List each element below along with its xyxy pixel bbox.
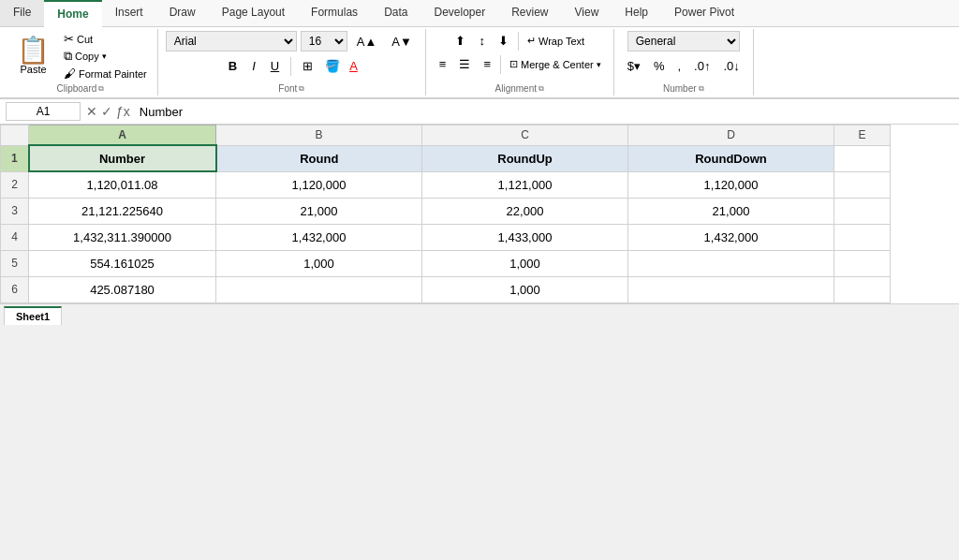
- borders-button[interactable]: ⊞: [297, 56, 318, 76]
- wrap-text-label: Wrap Text: [539, 36, 584, 47]
- decrease-decimal-button[interactable]: .0↓: [717, 56, 745, 76]
- grow-font-button[interactable]: A▲: [351, 32, 383, 52]
- cell-reference-input[interactable]: A1: [6, 102, 81, 121]
- merge-center-label: Merge & Center: [521, 59, 594, 70]
- italic-button[interactable]: I: [246, 56, 261, 76]
- comma-button[interactable]: ,: [671, 56, 686, 76]
- cell-c2[interactable]: 1,121,000: [422, 171, 628, 198]
- formula-input[interactable]: [136, 103, 953, 121]
- currency-button[interactable]: $▾: [622, 56, 646, 76]
- wrap-text-button[interactable]: ↵ Wrap Text: [523, 32, 589, 50]
- align-bottom-button[interactable]: ⬇: [493, 31, 514, 51]
- cell-a3[interactable]: 21,121.225640: [29, 198, 216, 224]
- row-header-1[interactable]: 1: [1, 145, 29, 171]
- cell-d4[interactable]: 1,432,000: [628, 224, 834, 250]
- tab-view[interactable]: View: [562, 0, 612, 26]
- cell-b1[interactable]: Round: [216, 145, 422, 171]
- increase-decimal-button[interactable]: .0↑: [688, 56, 716, 76]
- cell-a2[interactable]: 1,120,011.08: [29, 171, 216, 198]
- cell-a5[interactable]: 554.161025: [29, 250, 216, 276]
- tab-help[interactable]: Help: [612, 0, 661, 26]
- percent-button[interactable]: %: [648, 56, 671, 76]
- cell-e1[interactable]: [834, 145, 891, 171]
- clipboard-group-label: Clipboard: [56, 83, 96, 94]
- cell-c1[interactable]: RoundUp: [422, 145, 628, 171]
- cell-a6[interactable]: 425.087180: [29, 276, 216, 302]
- tab-data[interactable]: Data: [371, 0, 420, 26]
- cell-b2[interactable]: 1,120,000: [216, 171, 422, 198]
- cell-e5[interactable]: [834, 250, 891, 276]
- cell-b3[interactable]: 21,000: [216, 198, 422, 224]
- align-top-button[interactable]: ⬆: [450, 31, 471, 51]
- confirm-formula-icon[interactable]: ✓: [101, 104, 112, 119]
- row-header-4[interactable]: 4: [1, 224, 29, 250]
- tab-insert[interactable]: Insert: [102, 0, 156, 26]
- clipboard-expand-icon[interactable]: ⧉: [98, 84, 104, 94]
- tab-home[interactable]: Home: [44, 0, 101, 27]
- underline-button[interactable]: U: [265, 56, 285, 76]
- cell-a1[interactable]: Number: [29, 145, 216, 171]
- align-right-button[interactable]: ≡: [478, 54, 496, 74]
- font-name-select[interactable]: Arial: [166, 31, 297, 52]
- cell-c5[interactable]: 1,000: [422, 250, 628, 276]
- copy-dropdown-icon[interactable]: ▾: [102, 52, 107, 61]
- cell-d5[interactable]: [628, 250, 834, 276]
- font-size-select[interactable]: 16: [301, 31, 347, 52]
- cell-b6[interactable]: [216, 276, 422, 302]
- shrink-font-button[interactable]: A▼: [386, 32, 418, 52]
- font-color-button[interactable]: A: [347, 57, 361, 75]
- fill-color-button[interactable]: 🪣: [322, 57, 343, 75]
- cell-e3[interactable]: [834, 198, 891, 224]
- tab-power-pivot[interactable]: Power Pivot: [661, 0, 747, 26]
- cell-e2[interactable]: [834, 171, 891, 198]
- bold-button[interactable]: B: [223, 56, 243, 76]
- row-header-3[interactable]: 3: [1, 198, 29, 224]
- cell-d6[interactable]: [628, 276, 834, 302]
- cell-e6[interactable]: [834, 276, 891, 302]
- number-group: General $▾ % , .0↑ .0↓ Number ⧉: [614, 29, 754, 96]
- cut-button[interactable]: ✂ Cut: [61, 31, 150, 47]
- merge-dropdown-icon[interactable]: ▾: [597, 60, 601, 69]
- format-painter-button[interactable]: 🖌 Format Painter: [61, 66, 150, 81]
- cell-c4[interactable]: 1,433,000: [422, 224, 628, 250]
- alignment-expand-icon[interactable]: ⧉: [539, 84, 544, 94]
- tab-page-layout[interactable]: Page Layout: [209, 0, 298, 26]
- col-header-a[interactable]: A: [29, 125, 216, 146]
- tab-file[interactable]: File: [0, 0, 44, 26]
- tab-developer[interactable]: Developer: [420, 0, 498, 26]
- cell-b5[interactable]: 1,000: [216, 250, 422, 276]
- align-middle-button[interactable]: ↕: [473, 31, 491, 51]
- row-header-2[interactable]: 2: [1, 171, 29, 198]
- col-header-c[interactable]: C: [422, 125, 628, 146]
- cell-a4[interactable]: 1,432,311.390000: [29, 224, 216, 250]
- copy-button[interactable]: ⧉ Copy ▾: [61, 48, 150, 65]
- tab-draw[interactable]: Draw: [156, 0, 209, 26]
- align-center-button[interactable]: ☰: [453, 54, 476, 74]
- insert-function-icon[interactable]: ƒx: [116, 104, 130, 119]
- cell-c6[interactable]: 1,000: [422, 276, 628, 302]
- copy-icon: ⧉: [64, 49, 72, 64]
- col-header-d[interactable]: D: [628, 125, 834, 146]
- font-color-icon: A: [349, 59, 358, 73]
- cancel-formula-icon[interactable]: ✕: [86, 104, 97, 119]
- font-expand-icon[interactable]: ⧉: [299, 84, 304, 94]
- align-left-button[interactable]: ≡: [434, 54, 452, 74]
- paste-button[interactable]: 📋 Paste: [11, 36, 55, 77]
- number-expand-icon[interactable]: ⧉: [699, 84, 704, 94]
- formula-bar: A1 ✕ ✓ ƒx: [0, 99, 959, 125]
- cell-e4[interactable]: [834, 224, 891, 250]
- cell-b4[interactable]: 1,432,000: [216, 224, 422, 250]
- number-format-select[interactable]: General: [627, 31, 740, 52]
- cell-d2[interactable]: 1,120,000: [628, 171, 834, 198]
- merge-center-button[interactable]: ⊡ Merge & Center ▾: [505, 55, 606, 73]
- col-header-b[interactable]: B: [216, 125, 422, 146]
- cell-c3[interactable]: 22,000: [422, 198, 628, 224]
- col-header-e[interactable]: E: [834, 125, 891, 146]
- tab-review[interactable]: Review: [498, 0, 561, 26]
- cell-d1[interactable]: RoundDown: [628, 145, 834, 171]
- row-header-6[interactable]: 6: [1, 276, 29, 302]
- row-header-5[interactable]: 5: [1, 250, 29, 276]
- tab-formulas[interactable]: Formulas: [298, 0, 371, 26]
- sheet-tab-sheet1[interactable]: Sheet1: [4, 306, 62, 325]
- cell-d3[interactable]: 21,000: [628, 198, 834, 224]
